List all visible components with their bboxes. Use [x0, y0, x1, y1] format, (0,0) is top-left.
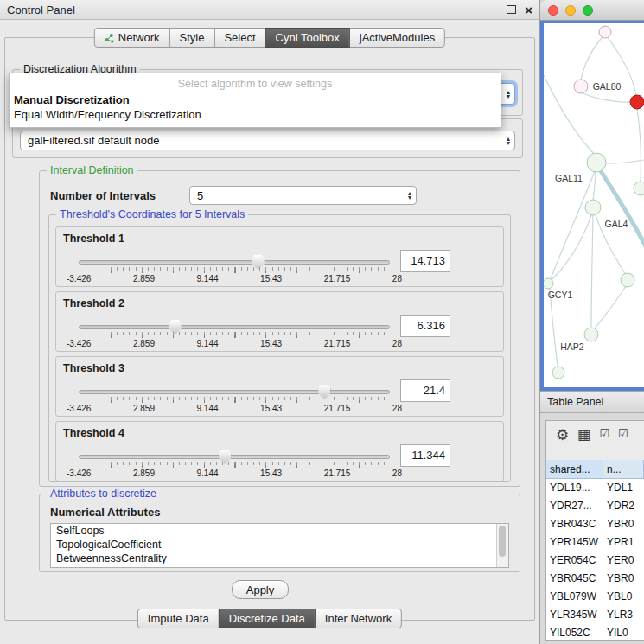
float-window-icon[interactable] — [507, 5, 516, 14]
interval-definition-group: Interval Definition Number of Intervals … — [39, 170, 520, 487]
tick-label: 21.715 — [324, 339, 351, 348]
network-node[interactable] — [585, 200, 601, 215]
network-node[interactable] — [587, 153, 606, 172]
table-row[interactable]: YDR27...YDR2 — [546, 497, 644, 515]
tab-select[interactable]: Select — [214, 28, 265, 48]
cell-shared-name[interactable]: YBL079W — [546, 588, 603, 606]
cell-shared-name[interactable]: YBR045C — [546, 570, 603, 588]
thresholds-group: Threshold's Coordinates for 5 Intervals … — [48, 214, 511, 482]
list-item[interactable]: TopologicalCoefficient — [51, 538, 508, 552]
columns-icon[interactable]: ▦ — [577, 428, 590, 442]
close-traffic-light[interactable] — [548, 5, 558, 16]
table-header-row: shared... n... — [546, 460, 644, 479]
apply-button[interactable]: Apply — [232, 580, 289, 599]
cell-name[interactable]: YLR3 — [603, 606, 644, 624]
tab-style[interactable]: Style — [169, 28, 215, 48]
tick-label: -3.426 — [67, 404, 91, 413]
column-header-name[interactable]: n... — [603, 460, 644, 479]
cell-shared-name[interactable]: YDL19... — [546, 479, 603, 497]
tab-label: Discretize Data — [229, 609, 305, 628]
network-node[interactable] — [621, 273, 634, 287]
cell-name[interactable]: YBR0 — [603, 570, 644, 588]
table-row[interactable]: YBL079WYBL0 — [546, 588, 644, 606]
threshold-4-value-field[interactable]: 11.344 — [400, 444, 450, 467]
cell-name[interactable]: YDL1 — [603, 479, 644, 497]
cell-name[interactable]: YBR0 — [603, 515, 644, 533]
table-row[interactable]: YPR145WYPR1 — [546, 533, 644, 552]
network-node[interactable] — [552, 367, 564, 379]
cell-shared-name[interactable]: YER054C — [546, 552, 603, 570]
minimize-traffic-light[interactable] — [565, 5, 576, 16]
cell-shared-name[interactable]: YIL052C — [546, 624, 603, 641]
list-item[interactable]: SelfLoops — [51, 524, 508, 538]
table-row[interactable]: YLR345WYLR3 — [546, 606, 644, 624]
stepper-icon[interactable]: ▴▾ — [507, 131, 510, 150]
cell-name[interactable]: YDR2 — [603, 497, 644, 515]
slider-ticks — [80, 462, 389, 468]
dropdown-option-manual-discretization[interactable]: Manual Discretization — [10, 92, 501, 107]
network-window-titlebar[interactable] — [540, 0, 644, 21]
threshold-4-slider[interactable]: -3.426 2.859 9.144 15.43 21.715 28 — [79, 450, 390, 481]
table-row[interactable]: YDL19...YDL1 — [546, 479, 644, 497]
tab-jactivemodules[interactable]: jActiveModules — [349, 28, 445, 48]
slider-track[interactable] — [79, 390, 390, 394]
threshold-2-value-field[interactable]: 6.316 — [400, 315, 450, 337]
cell-name[interactable]: YER0 — [603, 552, 644, 570]
tab-infer-network[interactable]: Infer Network — [315, 609, 402, 628]
network-node[interactable] — [574, 80, 588, 93]
cell-shared-name[interactable]: YBR043C — [546, 515, 603, 533]
table-row[interactable]: YBR043CYBR0 — [546, 515, 644, 533]
network-node-selected[interactable] — [630, 95, 644, 109]
tick-label: 28 — [392, 404, 402, 413]
node-label: GAL80 — [593, 81, 622, 92]
slider-track[interactable] — [79, 260, 390, 265]
cell-shared-name[interactable]: YPR145W — [546, 533, 603, 552]
select-none-icon[interactable]: ☑ — [618, 428, 628, 439]
cell-shared-name[interactable]: YDR27... — [546, 497, 603, 515]
zoom-traffic-light[interactable] — [583, 5, 593, 16]
table-row[interactable]: YBR045CYBR0 — [546, 570, 644, 588]
network-node[interactable] — [584, 328, 598, 341]
num-intervals-select[interactable]: 5 ▴▾ — [189, 186, 417, 205]
tick-label: 21.715 — [324, 404, 351, 413]
network-canvas[interactable]: GAL80 GAL11 GAL4 GCY1 HAP2 — [544, 23, 644, 387]
column-header-shared-name[interactable]: shared... — [546, 460, 603, 479]
list-scrollbar[interactable] — [496, 524, 508, 567]
threshold-label: Threshold 4 — [63, 427, 124, 439]
network-node[interactable] — [599, 26, 611, 38]
close-icon[interactable]: × — [525, 3, 532, 16]
numerical-attributes-list: SelfLoops TopologicalCoefficient Between… — [50, 523, 509, 568]
cell-name[interactable]: YPR1 — [603, 533, 644, 552]
slider-ticks — [80, 397, 389, 403]
network-view[interactable]: GAL80 GAL11 GAL4 GCY1 HAP2 — [540, 21, 644, 391]
slider-track[interactable] — [79, 325, 390, 329]
table-data-select[interactable]: galFiltered.sif default node ▴▾ — [20, 131, 515, 150]
list-item[interactable]: BetweennessCentrality — [51, 552, 508, 565]
table-panel: ⚙ ▦ ☑ ☑ shared... n... YDL19...YDL1 YDR2… — [540, 413, 644, 644]
tab-impute-data[interactable]: Impute Data — [137, 609, 220, 628]
network-node[interactable] — [634, 182, 644, 195]
scrollbar-thumb[interactable] — [499, 526, 506, 557]
tab-cyni-toolbox[interactable]: Cyni Toolbox — [265, 28, 350, 48]
cell-shared-name[interactable]: YLR345W — [546, 606, 603, 624]
cell-name[interactable]: YIL0 — [603, 624, 644, 641]
select-all-icon[interactable]: ☑ — [599, 428, 609, 439]
threshold-4-box: Threshold 4 -3.426 2.859 9.144 15.43 21.… — [55, 421, 504, 481]
threshold-2-slider[interactable]: -3.426 2.859 9.144 15.43 21.715 28 — [79, 320, 390, 351]
tab-network[interactable]: Network — [94, 28, 170, 48]
threshold-1-value-field[interactable]: 14.713 — [400, 250, 450, 272]
threshold-1-slider[interactable]: -3.426 2.859 9.144 15.43 21.715 28 — [79, 255, 390, 286]
threshold-3-value-field[interactable]: 21.4 — [400, 379, 450, 402]
network-node[interactable] — [544, 278, 553, 289]
tick-label: 28 — [392, 339, 402, 348]
table-row[interactable]: YER054CYER0 — [546, 552, 644, 570]
threshold-3-slider[interactable]: -3.426 2.859 9.144 15.43 21.715 28 — [79, 385, 390, 416]
slider-track[interactable] — [79, 455, 390, 459]
dropdown-option-equal-width-frequency[interactable]: Equal Width/Frequency Discretization — [10, 107, 501, 122]
stepper-icon[interactable]: ▴▾ — [507, 84, 510, 104]
stepper-icon[interactable]: ▴▾ — [408, 187, 411, 204]
tab-discretize-data[interactable]: Discretize Data — [219, 609, 316, 628]
table-row[interactable]: YIL052CYIL0 — [546, 624, 644, 641]
settings-gear-icon[interactable]: ⚙ — [556, 428, 569, 443]
cell-name[interactable]: YBL0 — [603, 588, 644, 606]
